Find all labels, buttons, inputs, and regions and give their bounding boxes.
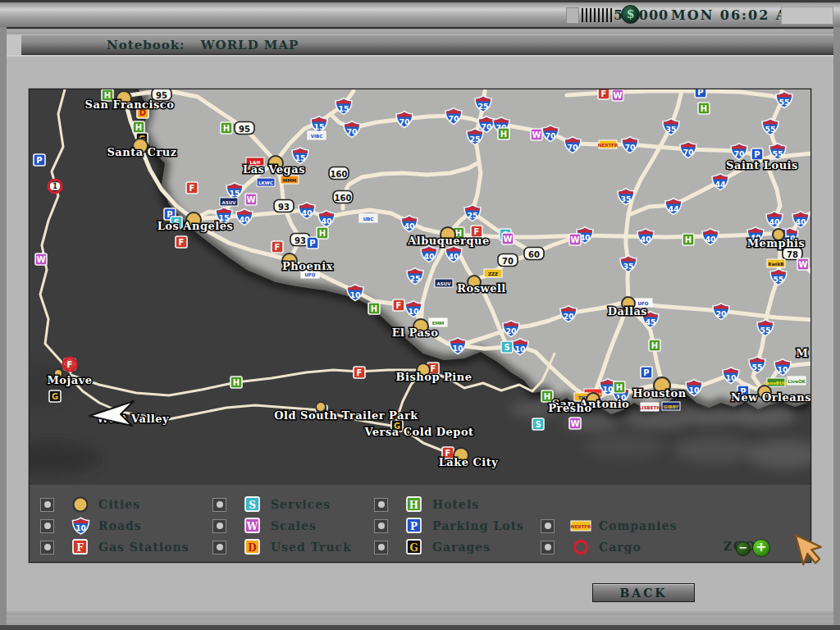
svg-text:GIBBY: GIBBY xyxy=(664,404,680,409)
legend-checkbox-companies[interactable] xyxy=(541,519,555,533)
svg-text:W: W xyxy=(798,260,807,269)
city-label: New Orleans xyxy=(731,391,810,404)
svg-text:55: 55 xyxy=(773,275,783,284)
svg-text:H: H xyxy=(616,383,623,392)
gas-station-icon: F xyxy=(272,241,283,253)
svg-text:70: 70 xyxy=(481,122,492,131)
svg-text:55: 55 xyxy=(778,98,789,107)
legend-checkbox-used-truck[interactable] xyxy=(212,541,226,555)
svg-text:ASUV: ASUV xyxy=(222,200,237,205)
svg-text:ZZZ: ZZZ xyxy=(488,272,498,276)
svg-text:95: 95 xyxy=(239,125,250,134)
company-logo: MMM xyxy=(281,176,299,184)
city-label: M xyxy=(797,347,809,359)
zoom-in-button[interactable]: + xyxy=(752,539,770,557)
company-logo: NEXTFR xyxy=(598,140,619,148)
city-label: Roswell xyxy=(457,282,506,294)
legend-label-gas-stations: Gas Stations xyxy=(98,541,189,554)
legend-checkbox-hotels[interactable] xyxy=(374,498,388,512)
legend-label-companies: Companies xyxy=(599,519,677,532)
legend-item-used-truck: DUsed Truck xyxy=(212,539,352,555)
legend-checkbox-services[interactable] xyxy=(212,498,226,512)
hotel-icon: H xyxy=(317,227,328,239)
scale-icon: W xyxy=(502,233,514,244)
city-label: Santa Cruz xyxy=(107,146,176,158)
scale-icon: W xyxy=(531,129,542,140)
svg-text:LISBETH: LISBETH xyxy=(639,405,660,410)
svg-text:EMM: EMM xyxy=(432,321,445,326)
hotel-icon: H xyxy=(368,303,380,314)
svg-text:35: 35 xyxy=(623,262,633,271)
svg-text:44: 44 xyxy=(714,180,726,189)
svg-text:D: D xyxy=(248,542,256,554)
hotel-icon: H xyxy=(698,103,710,114)
legend-checkbox-roads[interactable] xyxy=(40,519,54,533)
status-blank-panel xyxy=(781,7,833,25)
zoom-out-button[interactable]: − xyxy=(736,541,751,556)
legend-icon-cargo xyxy=(569,538,592,556)
legend-label-cargo: Cargo xyxy=(599,541,641,554)
svg-text:H: H xyxy=(500,130,507,139)
parking-icon: P xyxy=(641,367,652,378)
company-logo: VIBC xyxy=(308,131,326,139)
svg-text:40: 40 xyxy=(321,217,332,226)
page-title: WORLD MAP xyxy=(201,38,299,52)
svg-text:70: 70 xyxy=(733,149,745,158)
legend-item-gas-stations: FGas Stations xyxy=(40,539,189,555)
svg-text:F: F xyxy=(179,238,185,247)
terrain-blob xyxy=(673,437,756,463)
parking-icon: P xyxy=(695,89,706,98)
svg-text:S: S xyxy=(504,343,509,352)
svg-text:10: 10 xyxy=(408,307,419,316)
legend-checkbox-parking-lots[interactable] xyxy=(374,519,388,533)
svg-text:160: 160 xyxy=(335,194,352,203)
company-logo: ASUV xyxy=(435,279,453,287)
svg-text:25: 25 xyxy=(469,135,480,144)
legend-checkbox-gas-stations[interactable] xyxy=(40,541,54,555)
legend-label-used-truck: Used Truck xyxy=(271,541,352,554)
hotel-icon: H xyxy=(231,377,242,388)
map-panel: 9595939316016060707811515151515404040404… xyxy=(29,89,811,563)
svg-text:LKWC: LKWC xyxy=(258,180,273,185)
city-label: Saint Louis xyxy=(726,159,798,171)
legend-icon-gas-stations: F xyxy=(69,538,92,556)
scale-icon: W xyxy=(797,258,809,270)
svg-text:F: F xyxy=(275,243,281,252)
scale-icon: W xyxy=(569,418,581,429)
city-label: Versa Cold Depot xyxy=(363,426,473,438)
legend-item-roads: 10Roads xyxy=(40,518,142,534)
parking-icon: P xyxy=(751,148,763,160)
city-label: Mojave xyxy=(47,374,92,386)
terrain-blob xyxy=(731,406,797,426)
legend-item-garages: GGarages xyxy=(374,539,491,555)
svg-text:F: F xyxy=(601,89,607,98)
svg-text:H: H xyxy=(371,304,377,313)
svg-text:20: 20 xyxy=(563,312,574,321)
svg-text:LiveOK: LiveOK xyxy=(788,379,806,384)
legend-checkbox-cargo[interactable] xyxy=(541,541,555,555)
scale-icon: W xyxy=(245,194,257,205)
svg-text:F: F xyxy=(357,368,363,377)
world-map[interactable]: 9595939316016060707811515151515404040404… xyxy=(30,89,810,485)
legend-item-parking-lots: PParking Lots xyxy=(374,518,524,534)
svg-text:10: 10 xyxy=(688,386,700,395)
barcode-icon xyxy=(582,8,614,22)
scale-icon: W xyxy=(569,234,581,245)
back-button[interactable]: BACK xyxy=(592,583,695,602)
status-bar: 50,000 $ MON 06:02 AM xyxy=(0,2,840,29)
legend-checkbox-scales[interactable] xyxy=(212,519,226,533)
gas-station-icon: F xyxy=(393,299,404,311)
company-logo: GIBBY xyxy=(662,402,680,410)
svg-text:93: 93 xyxy=(278,203,290,212)
svg-text:35: 35 xyxy=(665,125,676,134)
svg-text:55: 55 xyxy=(765,125,775,134)
svg-text:70: 70 xyxy=(346,127,358,136)
legend-checkbox-garages[interactable] xyxy=(374,541,388,555)
svg-text:78: 78 xyxy=(787,250,798,259)
hotel-icon: H xyxy=(498,128,509,139)
legend-checkbox-cities[interactable] xyxy=(40,498,54,512)
map-legend: Cities10RoadsFGas StationsSServicesWScal… xyxy=(30,485,810,562)
svg-text:W: W xyxy=(36,255,45,264)
svg-text:25: 25 xyxy=(467,211,477,220)
company-logo: LiveOK xyxy=(788,377,806,385)
